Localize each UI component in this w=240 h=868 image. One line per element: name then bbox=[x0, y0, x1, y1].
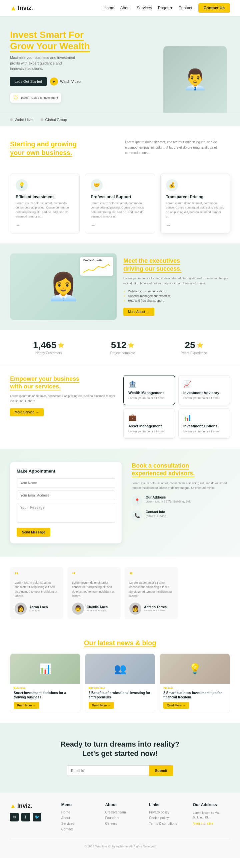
options-icon: 📊 bbox=[183, 413, 225, 421]
quote-icon-2: " bbox=[72, 571, 116, 579]
nav-services[interactable]: Services bbox=[137, 6, 152, 10]
feature-card-2: 🤝 Professional Support Lorem ipsum dolor… bbox=[85, 174, 155, 234]
message-input[interactable] bbox=[17, 503, 115, 523]
service-asset[interactable]: 💼 Asset Management Lorem ipsum dolor sit… bbox=[123, 408, 175, 439]
testi-person-1: 👩 Aaron Loen Manager bbox=[15, 602, 59, 615]
feature-text-1: Lorem ipsum dolor sit amet, commodo cons… bbox=[16, 201, 74, 219]
hero-image: 👨‍💼 bbox=[163, 46, 230, 113]
cta-form: Submit bbox=[67, 765, 174, 776]
starting-body: Lorem ipsum dolor sit amet, consectetur … bbox=[125, 140, 230, 156]
logo[interactable]: ▲ Inviz. bbox=[10, 4, 33, 12]
footer-cookie[interactable]: Cookie policy bbox=[149, 816, 186, 820]
nav-cta-button[interactable]: Contact Us bbox=[198, 3, 230, 13]
blog-section: Our latest news & blog 📊 Business Smart … bbox=[0, 629, 240, 723]
service-title-4: Investment Options bbox=[183, 424, 225, 428]
appt-body: Lorem ipsum dolor sit amet, consectetur … bbox=[132, 481, 230, 491]
blog-tag-2: Entrepreneur bbox=[89, 686, 152, 689]
partner-2: Global Group bbox=[41, 118, 67, 122]
email-social-icon[interactable]: ✉ bbox=[10, 813, 19, 822]
service-text-2: Lorem ipsum dolor sit amet bbox=[183, 396, 225, 400]
arrow-icon: → bbox=[146, 310, 150, 314]
get-started-button[interactable]: Let's Get Started bbox=[10, 77, 47, 86]
testi-avatar-3: 👩 bbox=[129, 602, 141, 615]
services-left: Empower your business with our services.… bbox=[10, 375, 117, 417]
testi-person-2: 👨 Claudia Anes Financial Analyst bbox=[72, 602, 116, 615]
footer-menu-about[interactable]: About bbox=[61, 816, 99, 820]
footer-social: ✉ f 🐦 bbox=[10, 813, 55, 822]
service-title-3: Asset Management bbox=[128, 424, 170, 428]
email-input[interactable] bbox=[17, 491, 115, 500]
nav-contact[interactable]: Contact bbox=[178, 6, 192, 10]
footer-logo: ▲ Inviz. bbox=[10, 803, 55, 809]
footer-menu-home[interactable]: Home bbox=[61, 810, 99, 814]
service-options[interactable]: 📊 Investment Options Lorem ipsum dolor s… bbox=[178, 408, 230, 439]
checkmark-icon-3: ✓ bbox=[123, 299, 126, 302]
read-more-1[interactable]: Read More → bbox=[14, 702, 39, 709]
testi-person-3: 👩 Alfredo Torres Investment Broker bbox=[129, 602, 174, 615]
form-title: Make Appointment bbox=[17, 469, 115, 473]
feature-title-3: Transparent Pricing bbox=[166, 194, 224, 199]
testi-avatar-2: 👨 bbox=[72, 602, 84, 615]
blog-img-3: 💡 bbox=[160, 654, 230, 684]
hero-buttons: Let's Get Started ▶ Watch Video bbox=[10, 77, 163, 86]
footer-menu-title: Menu bbox=[61, 803, 99, 807]
service-investment-advisory[interactable]: 📈 Investment Advisory Lorem ipsum dolor … bbox=[178, 375, 230, 405]
watch-video-button[interactable]: ▶ Watch Video bbox=[50, 78, 81, 86]
nav-home[interactable]: Home bbox=[104, 6, 114, 10]
feature-title-2: Professional Support bbox=[91, 194, 149, 199]
exec-image-wrap: 👩‍💼 Profile Growth bbox=[10, 253, 117, 320]
footer-privacy[interactable]: Privacy policy bbox=[149, 810, 186, 814]
blog-heading: Our latest news & blog bbox=[10, 639, 230, 647]
footer-about-careers[interactable]: Careers bbox=[105, 822, 142, 826]
service-text-1: Lorem ipsum dolor sit amet bbox=[128, 396, 170, 400]
stat-customers: 1,465 ⭐ Happy Customers bbox=[33, 340, 64, 355]
footer-about-founders[interactable]: Founders bbox=[105, 816, 142, 820]
read-more-3[interactable]: Read More → bbox=[163, 702, 189, 709]
footer-logo-icon: ▲ bbox=[10, 803, 16, 809]
stat-experience: 25 ⭐ Years Experience bbox=[181, 340, 207, 355]
feature-arrow-3[interactable]: → bbox=[166, 222, 171, 228]
nav-pages[interactable]: Pages ▾ bbox=[158, 6, 172, 10]
footer-about-col: About Creative team Founders Careers bbox=[105, 803, 142, 833]
features-row: 💡 Efficient Investment Lorem ipsum dolor… bbox=[0, 170, 240, 243]
read-more-2[interactable]: Read More → bbox=[89, 702, 114, 709]
footer-address-title: Our Address bbox=[193, 803, 230, 807]
footer-menu-services[interactable]: Services bbox=[61, 822, 99, 826]
exec-check-2: ✓ Superior management expertise. bbox=[123, 294, 230, 298]
footer-terms[interactable]: Terms & conditions bbox=[149, 822, 186, 826]
service-text-4: Lorem ipsum dolor sit amet bbox=[183, 429, 225, 434]
starting-heading: Starting and growing your own business. bbox=[10, 140, 115, 157]
feature-arrow-1[interactable]: → bbox=[16, 222, 20, 228]
hero-section: Invest Smart For Grow Your Wealth Maximi… bbox=[0, 16, 240, 113]
hero-subtitle: Maximize your business and investment pr… bbox=[10, 55, 77, 71]
hero-content: Invest Smart For Grow Your Wealth Maximi… bbox=[10, 29, 163, 113]
arrow-icon: → bbox=[33, 704, 36, 707]
footer-about-team[interactable]: Creative team bbox=[105, 810, 142, 814]
facebook-social-icon[interactable]: f bbox=[21, 813, 30, 822]
footer-menu-contact[interactable]: Contact bbox=[61, 828, 99, 831]
footer-links-title: Links bbox=[149, 803, 186, 807]
feature-icon-3: 💰 bbox=[166, 179, 178, 191]
testi-text-2: Lorem ipsum dolor sit amet consectetur a… bbox=[72, 581, 116, 599]
shield-icon: 🛡 bbox=[14, 95, 19, 101]
name-input[interactable] bbox=[17, 478, 115, 488]
nav-about[interactable]: About bbox=[120, 6, 131, 10]
blog-card-2: 👥 Entrepreneur 5 Benefits of professiona… bbox=[85, 653, 155, 713]
blog-card-3: 💡 Finance 8 Smart business investment ti… bbox=[160, 653, 230, 713]
arrow-icon: → bbox=[36, 410, 39, 414]
feature-arrow-2[interactable]: → bbox=[91, 222, 95, 228]
services-section: Empower your business with our services.… bbox=[0, 365, 240, 448]
more-service-button[interactable]: More Service → bbox=[10, 408, 44, 416]
service-title-2: Investment Advisory bbox=[183, 391, 225, 395]
cta-submit-button[interactable]: Submit bbox=[149, 765, 174, 776]
cta-email-input[interactable] bbox=[67, 765, 149, 776]
checkmark-icon-2: ✓ bbox=[123, 294, 126, 298]
exec-content: Meet the executives driving our success.… bbox=[123, 257, 230, 316]
twitter-social-icon[interactable]: 🐦 bbox=[33, 813, 41, 822]
service-wealth[interactable]: 🏦 Wealth Management Lorem ipsum dolor si… bbox=[123, 375, 175, 405]
send-message-button[interactable]: Send Message bbox=[17, 528, 50, 537]
blog-title-2: 5 Benefits of professional investing for… bbox=[89, 691, 152, 700]
more-about-button[interactable]: More About → bbox=[123, 308, 154, 316]
quote-icon-3: " bbox=[129, 571, 174, 579]
footer-copyright: © 2025 Template Kit by Ayjheme. All Righ… bbox=[10, 840, 230, 848]
